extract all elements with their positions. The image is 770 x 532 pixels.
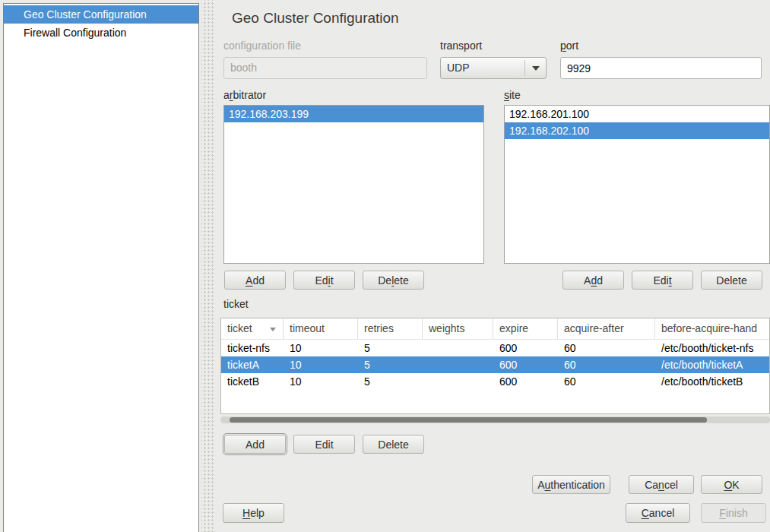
cell-weights <box>423 340 493 356</box>
site-label: site <box>504 89 521 101</box>
arbitrator-delete-button[interactable]: Delete <box>363 271 424 290</box>
chevron-down-icon <box>532 66 540 71</box>
dialog-cancel-button[interactable]: Cancel <box>629 475 694 494</box>
site-list-item[interactable]: 192.168.201.100 <box>505 106 769 122</box>
cell-timeout: 10 <box>284 356 358 373</box>
site-edit-button[interactable]: Edit <box>632 271 693 290</box>
column-header-expire[interactable]: expire <box>493 318 558 340</box>
sidebar-item-firewall[interactable]: Firewall Configuration <box>4 24 198 42</box>
help-button[interactable]: Help <box>223 503 284 523</box>
arbitrator-list-item[interactable]: 192.168.203.199 <box>224 106 483 122</box>
sidebar-item-geo-cluster[interactable]: Geo Cluster Configuration <box>4 5 198 24</box>
authentication-button[interactable]: Authentication <box>532 475 610 494</box>
cell-expire: 600 <box>493 356 558 373</box>
cell-acquire-after: 60 <box>558 340 655 356</box>
column-header-ticket[interactable]: ticket <box>221 318 284 340</box>
wizard-cancel-button[interactable]: Cancel <box>626 503 690 523</box>
cell-ticket: ticketB <box>221 373 284 390</box>
cell-ticket: ticketA <box>221 356 284 373</box>
cell-retries: 5 <box>358 340 423 356</box>
column-header-timeout[interactable]: timeout <box>284 318 358 340</box>
transport-select[interactable]: UDP <box>440 57 547 79</box>
ticket-table-row[interactable]: ticket-nfs 10 5 600 60 /etc/booth/ticket… <box>221 340 769 356</box>
transport-label: transport <box>440 40 482 52</box>
ticket-label: ticket <box>223 298 249 310</box>
configuration-file-input: booth <box>223 57 427 79</box>
site-list: 192.168.201.100 192.168.202.100 <box>504 105 770 264</box>
geo-cluster-window: Geo Cluster Configuration Firewall Confi… <box>0 0 770 532</box>
page-title: Geo Cluster Configuration <box>232 10 399 27</box>
ticket-delete-button[interactable]: Delete <box>363 435 424 454</box>
arbitrator-list: 192.168.203.199 <box>223 105 484 264</box>
ticket-add-button[interactable]: Add <box>224 435 286 454</box>
ticket-table-row[interactable]: ticketB 10 5 600 60 /etc/booth/ticketB <box>221 373 769 390</box>
site-delete-button[interactable]: Delete <box>701 271 762 290</box>
cell-retries: 5 <box>358 373 423 390</box>
cell-before-acquire-handler: /etc/booth/ticketA <box>655 356 769 373</box>
cell-retries: 5 <box>358 356 423 373</box>
pane-separator <box>201 0 214 532</box>
cell-ticket: ticket-nfs <box>221 340 284 356</box>
ok-button[interactable]: OK <box>701 475 762 494</box>
sidebar: Geo Cluster Configuration Firewall Confi… <box>3 3 199 532</box>
cell-weights <box>423 373 493 390</box>
ticket-table-header: ticket timeout retries weights expire ac… <box>221 318 769 340</box>
cell-acquire-after: 60 <box>558 373 655 390</box>
arbitrator-label: arbitrator <box>223 89 266 101</box>
arbitrator-edit-button[interactable]: Edit <box>293 271 355 290</box>
sort-descending-icon <box>270 328 276 331</box>
column-header-weights[interactable]: weights <box>423 318 493 340</box>
column-header-label: ticket <box>227 322 252 334</box>
cell-expire: 600 <box>493 373 558 390</box>
cell-timeout: 10 <box>284 340 358 356</box>
configuration-file-label: configuration file <box>223 40 301 52</box>
port-input[interactable] <box>560 57 762 79</box>
arbitrator-add-button[interactable]: Add <box>224 271 286 290</box>
site-add-button[interactable]: Add <box>562 271 624 290</box>
ticket-table-row[interactable]: ticketA 10 5 600 60 /etc/booth/ticketA <box>221 356 769 373</box>
cell-timeout: 10 <box>284 373 358 390</box>
ticket-table: ticket timeout retries weights expire ac… <box>220 318 770 414</box>
cell-expire: 600 <box>493 340 558 356</box>
column-header-retries[interactable]: retries <box>358 318 423 340</box>
transport-selected-value: UDP <box>447 58 470 78</box>
hscrollbar-thumb[interactable] <box>230 417 707 423</box>
column-header-before-acquire-handler[interactable]: before-acquire-hand <box>655 318 769 340</box>
finish-button: Finish <box>701 503 766 523</box>
ticket-edit-button[interactable]: Edit <box>293 435 355 454</box>
column-header-acquire-after[interactable]: acquire-after <box>558 318 655 340</box>
port-label: port <box>560 40 578 52</box>
ticket-table-hscrollbar[interactable] <box>220 416 770 423</box>
cell-acquire-after: 60 <box>558 356 655 373</box>
cell-before-acquire-handler: /etc/booth/ticket-nfs <box>655 340 769 356</box>
cell-before-acquire-handler: /etc/booth/ticketB <box>655 373 769 390</box>
cell-weights <box>423 356 493 373</box>
site-list-item[interactable]: 192.168.202.100 <box>505 122 769 139</box>
